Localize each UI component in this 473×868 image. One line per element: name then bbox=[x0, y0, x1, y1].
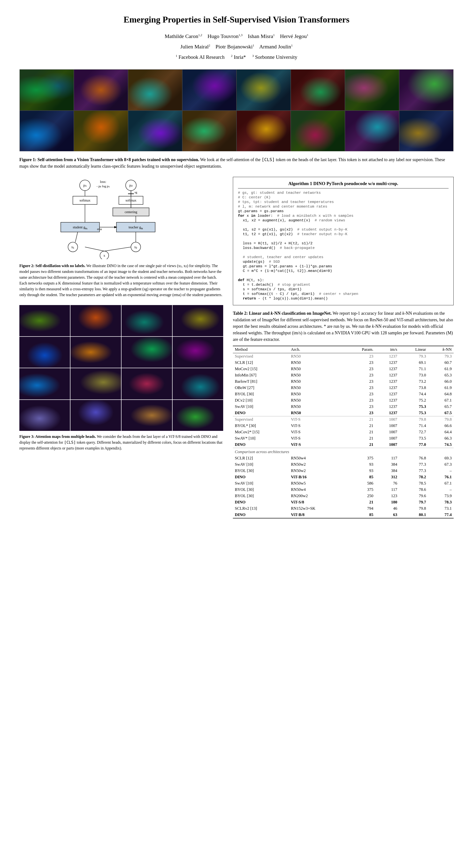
svg-text:centering: centering bbox=[125, 210, 137, 214]
svg-text:softmax: softmax bbox=[80, 198, 90, 202]
svg-text:x₂: x₂ bbox=[134, 245, 137, 249]
svg-text:p₂: p₂ bbox=[129, 183, 132, 187]
col-linear: Linear bbox=[399, 346, 428, 353]
table-row: BYOL* [30]ViT-S21100771.466.6 bbox=[233, 423, 454, 429]
figure1-banner bbox=[19, 69, 454, 151]
svg-line-28 bbox=[85, 247, 104, 251]
table-row: DCv2 [10]RN5023123775.267.1 bbox=[233, 397, 454, 404]
table-row: BarlowT [81]RN5023123773.266.0 bbox=[233, 378, 454, 385]
algorithm-box: Algorithm 1 DINO PyTorch pseudocode w/o … bbox=[233, 177, 454, 305]
table-row: SwAV* [10]ViT-S21100773.566.3 bbox=[233, 435, 454, 441]
paper-title: Emerging Properties in Self-Supervised V… bbox=[19, 14, 454, 25]
table-row: BYOL [30]RN50w437511778.6– bbox=[233, 487, 454, 493]
col-method: Method bbox=[233, 346, 289, 353]
col-knn: k-NN bbox=[428, 346, 454, 353]
results-table: Method Arch. Param. im/s Linear k-NN Sup… bbox=[233, 346, 454, 519]
svg-text:x: x bbox=[104, 254, 105, 257]
svg-text:loss:: loss: bbox=[100, 180, 106, 184]
table-row: OBoW [27]RN5023123773.861.9 bbox=[233, 385, 454, 391]
table2-caption: Table 2: Linear and k-NN classification … bbox=[233, 310, 454, 343]
col-ims: im/s bbox=[375, 346, 399, 353]
table-row: MoCov2* [15]ViT-S21100772.764.4 bbox=[233, 429, 454, 435]
figure3-grid bbox=[19, 305, 223, 431]
table-row: SCLRv2 [13]RN152w3+SK7944679.873.1 bbox=[233, 505, 454, 512]
svg-text:p₁: p₁ bbox=[83, 183, 87, 187]
col-arch: Arch. bbox=[289, 346, 345, 353]
table-row-dino: DINOViT-S21100777.074.5 bbox=[233, 441, 454, 448]
svg-text:- p₂ log p₁: - p₂ log p₁ bbox=[96, 184, 110, 188]
table-row: SwAV [10]RN50w55867678.567.1 bbox=[233, 480, 454, 487]
svg-text:x₁: x₁ bbox=[71, 245, 74, 249]
svg-line-30 bbox=[75, 232, 78, 242]
table-row: BYOL [30]RN200w225012379.673.9 bbox=[233, 493, 454, 499]
table-row: SwAV [10]RN50w29338477.367.3 bbox=[233, 461, 454, 468]
figure3-caption: Figure 3: Attention maps from multiple h… bbox=[19, 434, 223, 451]
table-row-dino: DINOViT-B/8856380.177.4 bbox=[233, 512, 454, 518]
table-section-header: Comparison across architectures bbox=[233, 448, 454, 455]
table-row: SupervisedRN5023123779.379.3 bbox=[233, 353, 454, 360]
col-param: Param. bbox=[345, 346, 376, 353]
table-row: SupervisedViT-S21100779.879.8 bbox=[233, 416, 454, 423]
table2-container: Table 2: Linear and k-NN classification … bbox=[233, 310, 454, 519]
figure1-caption: Figure 1: Self-attention from a Vision T… bbox=[19, 156, 454, 169]
algorithm-title: Algorithm 1 DINO PyTorch pseudocode w/o … bbox=[238, 181, 448, 188]
table-row: MoCov2 [15]RN5023123771.161.9 bbox=[233, 366, 454, 372]
table-row: InfoMin [67]RN5023123773.065.3 bbox=[233, 372, 454, 378]
table-row-dino: DINOViT-B/168531278.276.1 bbox=[233, 474, 454, 480]
table-row: BYOL [30]RN5023123774.464.8 bbox=[233, 391, 454, 397]
table-row-dino: DINOViT-S/82118079.778.3 bbox=[233, 499, 454, 505]
authors-line1: Mathilde Caron1,2 Hugo Touvron1,3 Ishan … bbox=[19, 32, 454, 40]
affiliations: 1 Facebook AI Research 2 Inria* 3 Sorbon… bbox=[19, 53, 454, 62]
svg-text:ema: ema bbox=[97, 227, 102, 231]
figure2-caption: Figure 2: Self-distillation with no labe… bbox=[19, 263, 223, 298]
svg-text:sg: sg bbox=[135, 191, 137, 194]
table-row: SCLR [12]RN50w437511776.869.3 bbox=[233, 455, 454, 461]
figure2-diagram: loss: - p₂ log p₁ p₁ p₂ sg softmax softm… bbox=[19, 177, 223, 259]
table-row: SCLR [12]RN5023123769.160.7 bbox=[233, 360, 454, 366]
table-row-dino: DINORN5023123775.367.5 bbox=[233, 410, 454, 416]
svg-line-29 bbox=[104, 247, 131, 251]
table-row: SwAV [10]RN5023123775.365.7 bbox=[233, 404, 454, 410]
authors-line2: Julien Mairal2 Piotr Bojanowski1 Armand … bbox=[19, 42, 454, 51]
table-row: BYOL [30]RN50w29338477.3– bbox=[233, 468, 454, 474]
